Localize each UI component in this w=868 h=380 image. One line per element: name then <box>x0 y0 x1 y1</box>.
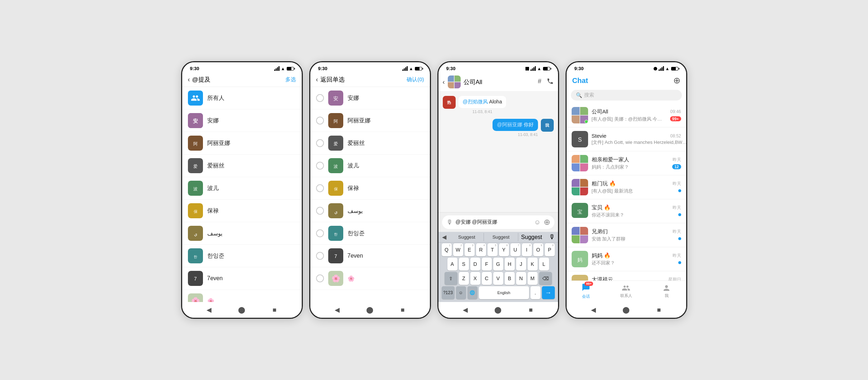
list-item[interactable]: ي يوسف <box>310 200 430 222</box>
key-l[interactable]: L <box>539 258 549 271</box>
key-enter[interactable]: → <box>542 286 555 299</box>
key-y[interactable]: Y6 <box>499 243 509 256</box>
list-item[interactable]: 安 安娜 <box>182 109 302 132</box>
key-h[interactable]: H <box>505 258 515 271</box>
checkbox-boer[interactable] <box>316 162 324 170</box>
key-q[interactable]: Q1 <box>442 243 452 256</box>
nav-item-chats[interactable]: 99+ 会话 <box>582 283 590 299</box>
checkbox-seven[interactable] <box>316 252 324 260</box>
chat-list-item[interactable]: 相亲相爱一家人 昨天 妈妈：几点到家？ 12 <box>567 151 686 175</box>
list-item[interactable]: 한 한잉준 <box>310 222 430 245</box>
key-n[interactable]: N <box>516 272 526 285</box>
multiselect-button[interactable]: 多选 <box>285 76 296 83</box>
list-item[interactable]: 7 7even <box>182 267 302 290</box>
checkbox-emoji[interactable] <box>316 274 324 282</box>
key-w[interactable]: W2 <box>453 243 463 256</box>
key-f[interactable]: F <box>482 258 492 271</box>
list-item[interactable]: 爱 爱丽丝 <box>182 155 302 177</box>
key-p[interactable]: P0 <box>545 243 555 256</box>
key-backspace[interactable]: ⌫ <box>539 272 552 285</box>
nav-recents-2[interactable]: ■ <box>398 305 408 315</box>
chat-list-item[interactable]: 公司All 09:46 [有人@我] 美娜：@烈焰微风 今天能给… 99+ <box>567 103 686 127</box>
nav-home-2[interactable]: ⬤ <box>365 305 375 315</box>
list-item[interactable]: 🌸 🌸 <box>182 290 302 302</box>
key-d[interactable]: D <box>470 258 480 271</box>
chat-list-item[interactable]: 兄弟们 昨天 安德 加入了群聊 <box>567 223 686 247</box>
chat-list-item[interactable]: S Stevie 08:52 [文件] Ach Gott, wie manche… <box>567 127 686 151</box>
phone-icon[interactable] <box>547 78 554 87</box>
list-item[interactable]: 波 波儿 <box>310 155 430 177</box>
key-z[interactable]: Z <box>459 272 469 285</box>
nav-item-me[interactable]: 我 <box>662 284 671 298</box>
nav-recents-4[interactable]: ■ <box>654 305 664 315</box>
checkbox-ariana[interactable] <box>316 117 324 125</box>
mic-icon[interactable]: 🎙 <box>549 233 555 241</box>
key-sym[interactable]: ☺ <box>456 286 466 299</box>
key-j[interactable]: J <box>516 258 526 271</box>
nav-back-1[interactable]: ◀ <box>204 305 214 315</box>
input-field[interactable]: @安娜 @阿丽亚娜 <box>456 219 532 225</box>
suggest-back-button[interactable]: ◀ <box>438 232 450 242</box>
key-num[interactable]: ?123 <box>442 286 455 299</box>
chat-list-item[interactable]: 粗门玩 🔥 昨天 [有人@我] 最新消息 <box>567 175 686 199</box>
nav-back-2[interactable]: ◀ <box>332 305 342 315</box>
nav-home-4[interactable]: ⬤ <box>621 305 631 315</box>
list-item[interactable]: 波 波儿 <box>182 177 302 200</box>
list-item[interactable]: 한 한잉준 <box>182 245 302 267</box>
key-globe[interactable]: 🌐 <box>467 286 477 299</box>
back-button-3[interactable]: ‹ <box>443 78 445 86</box>
checkbox-yousuf[interactable] <box>316 207 324 215</box>
list-item[interactable]: 7 7even <box>310 245 430 267</box>
key-i[interactable]: I8 <box>522 243 532 256</box>
nav-home-1[interactable]: ⬤ <box>237 305 247 315</box>
checkbox-anna[interactable] <box>316 94 324 102</box>
chat-list-item[interactable]: 宝 宝贝 🔥 昨天 你还不滚回来？ <box>567 199 686 223</box>
back-button-2[interactable]: ‹ <box>316 76 318 83</box>
key-c[interactable]: C <box>482 272 492 285</box>
hashtag-icon[interactable]: # <box>538 78 541 87</box>
key-v[interactable]: V <box>493 272 503 285</box>
emoji-icon[interactable]: ☺ <box>534 219 540 226</box>
confirm-button[interactable]: 确认(0) <box>407 76 424 83</box>
key-g[interactable]: G <box>493 258 503 271</box>
suggest-btn-1[interactable]: Suggest <box>450 233 484 241</box>
search-bar[interactable]: 🔍 搜索 <box>571 90 682 101</box>
chat-list-item[interactable]: 妈 妈妈 🔥 昨天 还不回家？ <box>567 247 686 271</box>
nav-recents-1[interactable]: ■ <box>270 305 280 315</box>
chat-list-item[interactable]: 大 大漠祥云 星期日 你妈妈在找你 <box>567 271 686 281</box>
add-chat-button[interactable]: ⊕ <box>673 75 680 86</box>
list-item[interactable]: 阿 阿丽亚娜 <box>310 109 430 132</box>
list-item[interactable]: 保 保禄 <box>310 177 430 200</box>
nav-item-contacts[interactable]: 联系人 <box>620 284 632 298</box>
nav-home-3[interactable]: ⬤ <box>493 305 503 315</box>
key-o[interactable]: O9 <box>533 243 543 256</box>
key-u[interactable]: U7 <box>510 243 520 256</box>
key-a[interactable]: A <box>447 258 457 271</box>
key-dot[interactable]: . <box>530 286 540 299</box>
key-b[interactable]: B <box>505 272 515 285</box>
list-item[interactable]: ي يوسف <box>182 222 302 245</box>
list-item[interactable]: 🌸 🌸 <box>310 267 430 290</box>
checkbox-hanjun[interactable] <box>316 229 324 237</box>
checkbox-baolu[interactable] <box>316 184 324 192</box>
list-item[interactable]: 爱 爱丽丝 <box>310 132 430 155</box>
checkbox-alice[interactable] <box>316 139 324 147</box>
key-shift[interactable]: ⇧ <box>445 272 457 285</box>
suggest-btn-3[interactable]: Suggest <box>521 234 542 240</box>
list-item[interactable]: 阿 阿丽亚娜 <box>182 132 302 155</box>
nav-back-4[interactable]: ◀ <box>588 305 598 315</box>
key-t[interactable]: T5 <box>488 243 498 256</box>
list-item[interactable]: 所有人 <box>182 87 302 109</box>
key-k[interactable]: K <box>528 258 538 271</box>
key-e[interactable]: E3 <box>465 243 475 256</box>
list-item[interactable]: 保 保禄 <box>182 200 302 222</box>
key-x[interactable]: X <box>470 272 480 285</box>
voice-icon[interactable]: 🎙 <box>446 219 453 226</box>
key-space[interactable]: English <box>479 286 529 299</box>
suggest-btn-2[interactable]: Suggest <box>484 233 518 241</box>
key-s[interactable]: S <box>459 258 469 271</box>
back-button-1[interactable]: ‹ <box>188 76 190 83</box>
key-m[interactable]: M <box>528 272 538 285</box>
list-item[interactable]: 安 安娜 <box>310 87 430 109</box>
key-r[interactable]: R4 <box>476 243 486 256</box>
